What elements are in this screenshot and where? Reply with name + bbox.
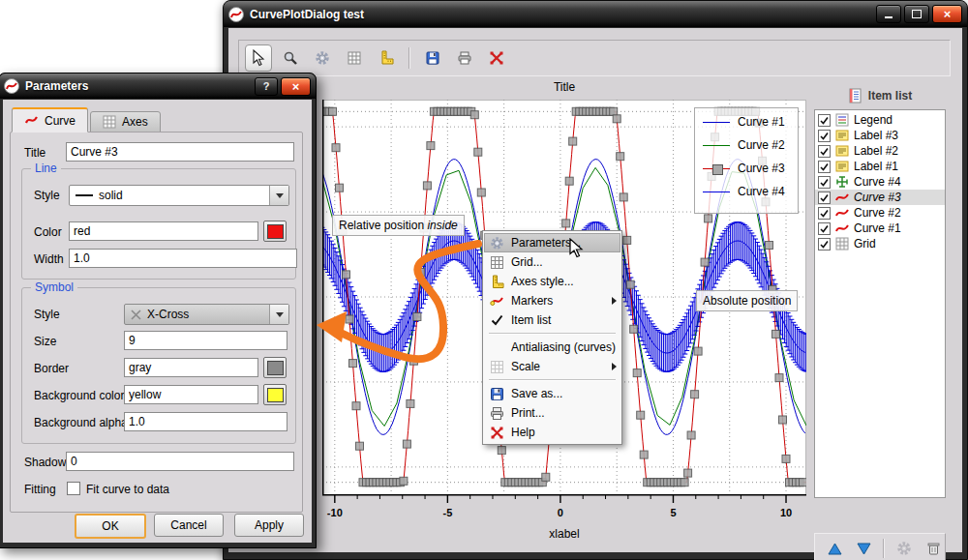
dialog-title: Parameters (25, 79, 252, 93)
item-list-header: Item list (812, 86, 948, 105)
cancel-button[interactable]: Cancel (154, 514, 224, 537)
symbol-alpha-input[interactable] (124, 412, 287, 431)
move-down-button[interactable] (852, 537, 875, 560)
chevron-down-icon (276, 312, 284, 317)
menu-item-parameters[interactable]: Parameters... (484, 233, 620, 252)
main-window-titlebar[interactable]: CurvePlotDialog test × (224, 1, 967, 27)
legend-label: Curve #4 (738, 185, 785, 198)
select-tool-button[interactable] (245, 44, 272, 72)
title-field-input[interactable] (66, 142, 294, 162)
tab-axes[interactable]: Axes (90, 111, 161, 133)
list-item-curve2[interactable]: Curve #2 (815, 205, 945, 221)
menu-item-help[interactable]: Help (484, 423, 620, 442)
fit-curve-checkbox[interactable] (67, 482, 80, 495)
curve-tab-page: Title Line Style solid Color Width (10, 132, 303, 513)
symbol-alpha-label: Background alpha (34, 416, 128, 429)
checkbox-checked[interactable] (818, 145, 831, 158)
line-style-combo[interactable]: solid (69, 185, 289, 206)
border-color-swatch-button[interactable] (263, 357, 287, 378)
ok-button[interactable]: OK (75, 514, 146, 539)
symbol-size-input[interactable] (124, 331, 287, 350)
list-item-grid[interactable]: Grid (815, 236, 945, 251)
menu-item-scale[interactable]: Scale (484, 357, 620, 376)
symbol-group-title: Symbol (31, 280, 77, 294)
symbol-bg-label: Background color (34, 389, 124, 402)
help-button[interactable]: ? (255, 77, 278, 96)
symbol-style-label: Style (34, 308, 60, 321)
bg-color-swatch-button[interactable] (263, 384, 287, 405)
menu-item-antialiasing[interactable]: Antialiasing (curves) (484, 338, 620, 357)
main-toolbar (238, 40, 951, 76)
apply-button[interactable]: Apply (234, 514, 304, 537)
list-item-label: Label #1 (854, 160, 898, 173)
context-menu: Parameters... Grid... Axes style... Mark… (482, 230, 622, 445)
symbol-border-input[interactable] (124, 358, 258, 377)
menu-item-markers[interactable]: Markers (484, 291, 620, 310)
settings-tool-button[interactable] (309, 44, 336, 72)
x-axis: -10-50510 (322, 494, 806, 531)
checkbox-checked[interactable] (818, 238, 831, 251)
dialog-close-button[interactable]: × (281, 77, 311, 96)
checkbox-checked[interactable] (818, 207, 831, 220)
dropdown-button[interactable] (269, 305, 288, 324)
zoom-tool-button[interactable] (277, 44, 304, 72)
delete-item-button[interactable] (922, 537, 945, 560)
relative-position-style: inside (427, 219, 457, 232)
gear-icon (896, 541, 912, 556)
close-button[interactable]: × (932, 5, 962, 23)
item-list-icon (848, 88, 862, 103)
checkbox-checked[interactable] (818, 176, 831, 189)
symbol-size-label: Size (34, 335, 56, 348)
maximize-button[interactable] (904, 5, 929, 23)
main-window-client: Title Curve #1 Curve #2 Curve #3 Curve #… (228, 28, 962, 552)
move-up-button[interactable] (823, 537, 846, 560)
dropdown-button[interactable] (269, 186, 288, 205)
line-width-input[interactable] (69, 249, 297, 268)
checkbox-checked[interactable] (818, 161, 831, 173)
menu-item-save-as[interactable]: Save as... (484, 384, 620, 403)
list-item-curve1[interactable]: Curve #1 (815, 221, 945, 236)
checkbox-checked[interactable] (818, 192, 831, 204)
minimize-button[interactable] (876, 5, 901, 23)
list-item-legend[interactable]: Legend (815, 112, 945, 128)
curve-icon (834, 221, 850, 236)
menu-item-print[interactable]: Print... (484, 403, 620, 423)
grid-icon (488, 255, 505, 270)
legend-label: Curve #2 (738, 138, 785, 152)
checkbox-checked[interactable] (818, 222, 831, 235)
plot-legend[interactable]: Curve #1 Curve #2 Curve #3 Curve #4 (694, 107, 799, 214)
list-item-label1[interactable]: Label #1 (815, 159, 945, 174)
line-color-swatch-button[interactable] (263, 221, 287, 242)
item-list[interactable]: Legend Label #3 Label #2 (814, 109, 946, 498)
axes-style-tool-button[interactable] (373, 44, 400, 72)
legend-entry: Curve #1 (695, 110, 798, 133)
line-color-input[interactable] (69, 221, 258, 241)
list-item-label3[interactable]: Label #3 (815, 128, 945, 143)
item-list-toolbar (814, 533, 946, 560)
checkbox-checked[interactable] (818, 114, 831, 127)
list-item-curve3-selected[interactable]: Curve #3 (815, 190, 945, 205)
absolute-position-label[interactable]: Absolute position (696, 290, 798, 311)
save-tool-button[interactable] (419, 44, 446, 72)
submenu-arrow-icon (612, 297, 617, 305)
list-item-curve4[interactable]: Curve #4 (815, 174, 945, 190)
shadow-input[interactable] (66, 452, 294, 471)
svg-text:-5: -5 (442, 507, 452, 518)
menu-item-axes-style[interactable]: Axes style... (484, 272, 620, 291)
list-item-label2[interactable]: Label #2 (815, 143, 945, 159)
symbol-style-combo[interactable]: X-Cross (124, 304, 289, 325)
legend-line-sample (703, 145, 730, 146)
markers-tool-button[interactable] (483, 44, 510, 72)
checkbox-checked[interactable] (818, 130, 831, 142)
grid-tool-button[interactable] (341, 44, 368, 72)
dialog-titlebar[interactable]: Parameters ? × (0, 74, 316, 99)
symbol-bg-input[interactable] (124, 385, 258, 404)
relative-position-label[interactable]: Relative position inside (332, 215, 465, 236)
print-tool-button[interactable] (451, 44, 478, 72)
tab-curve[interactable]: Curve (12, 107, 88, 133)
app-icon (4, 78, 19, 94)
menu-item-item-list[interactable]: Item list (484, 310, 620, 330)
menu-item-grid[interactable]: Grid... (484, 252, 620, 272)
item-settings-button[interactable] (892, 537, 916, 560)
menu-item-label: Save as... (511, 387, 562, 400)
